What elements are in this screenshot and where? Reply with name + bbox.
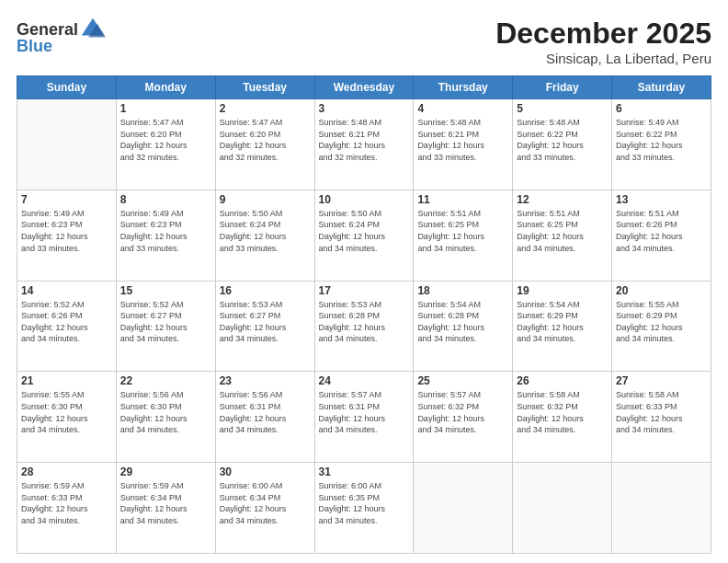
calendar-header-cell: Saturday [612,76,711,99]
calendar-cell: 10Sunrise: 5:50 AM Sunset: 6:24 PM Dayli… [314,190,414,281]
day-info: Sunrise: 5:53 AM Sunset: 6:27 PM Dayligh… [220,299,311,345]
day-number: 9 [220,193,311,206]
day-number: 17 [319,284,410,297]
calendar-cell: 4Sunrise: 5:48 AM Sunset: 6:21 PM Daylig… [414,99,513,190]
title-area: December 2025 Sinsicap, La Libertad, Per… [495,17,711,66]
calendar-cell: 16Sunrise: 5:53 AM Sunset: 6:27 PM Dayli… [215,281,314,372]
day-number: 19 [517,284,608,297]
calendar-cell: 31Sunrise: 6:00 AM Sunset: 6:35 PM Dayli… [314,463,414,554]
day-number: 2 [220,102,311,115]
day-number: 28 [21,465,112,478]
day-info: Sunrise: 5:56 AM Sunset: 6:30 PM Dayligh… [120,389,211,435]
day-number: 26 [517,374,608,387]
day-number: 15 [120,284,211,297]
day-info: Sunrise: 6:00 AM Sunset: 6:34 PM Dayligh… [220,480,311,526]
month-title: December 2025 [495,17,711,51]
day-info: Sunrise: 5:56 AM Sunset: 6:31 PM Dayligh… [220,389,311,435]
calendar-cell: 13Sunrise: 5:51 AM Sunset: 6:26 PM Dayli… [612,190,711,281]
day-info: Sunrise: 5:55 AM Sunset: 6:29 PM Dayligh… [616,299,707,345]
day-number: 23 [220,374,311,387]
calendar-week-row: 1Sunrise: 5:47 AM Sunset: 6:20 PM Daylig… [17,99,711,190]
calendar-cell: 2Sunrise: 5:47 AM Sunset: 6:20 PM Daylig… [215,99,314,190]
calendar-cell: 20Sunrise: 5:55 AM Sunset: 6:29 PM Dayli… [612,281,711,372]
calendar-cell: 29Sunrise: 5:59 AM Sunset: 6:34 PM Dayli… [116,463,215,554]
calendar-header-cell: Sunday [17,76,117,99]
calendar-week-row: 21Sunrise: 5:55 AM Sunset: 6:30 PM Dayli… [17,372,711,463]
calendar-cell: 5Sunrise: 5:48 AM Sunset: 6:22 PM Daylig… [513,99,612,190]
day-info: Sunrise: 5:53 AM Sunset: 6:28 PM Dayligh… [319,299,410,345]
day-info: Sunrise: 5:48 AM Sunset: 6:21 PM Dayligh… [417,117,508,163]
day-info: Sunrise: 5:59 AM Sunset: 6:33 PM Dayligh… [21,480,112,526]
day-number: 22 [120,374,211,387]
day-number: 24 [319,374,410,387]
day-info: Sunrise: 5:54 AM Sunset: 6:28 PM Dayligh… [417,299,508,345]
calendar-header-cell: Wednesday [314,76,414,99]
calendar-cell: 25Sunrise: 5:57 AM Sunset: 6:32 PM Dayli… [414,372,513,463]
day-number: 16 [220,284,311,297]
day-number: 29 [120,465,211,478]
calendar-cell: 27Sunrise: 5:58 AM Sunset: 6:33 PM Dayli… [612,372,711,463]
calendar-cell: 23Sunrise: 5:56 AM Sunset: 6:31 PM Dayli… [215,372,314,463]
day-info: Sunrise: 5:58 AM Sunset: 6:32 PM Dayligh… [517,389,608,435]
calendar-cell: 24Sunrise: 5:57 AM Sunset: 6:31 PM Dayli… [314,372,414,463]
calendar-cell: 26Sunrise: 5:58 AM Sunset: 6:32 PM Dayli… [513,372,612,463]
calendar-cell: 6Sunrise: 5:49 AM Sunset: 6:22 PM Daylig… [612,99,711,190]
day-number: 12 [517,193,608,206]
day-info: Sunrise: 5:54 AM Sunset: 6:29 PM Dayligh… [517,299,608,345]
calendar-header-cell: Thursday [414,76,513,99]
calendar-cell: 3Sunrise: 5:48 AM Sunset: 6:21 PM Daylig… [314,99,414,190]
calendar-header-cell: Friday [513,76,612,99]
day-info: Sunrise: 5:51 AM Sunset: 6:25 PM Dayligh… [517,208,608,254]
day-info: Sunrise: 5:52 AM Sunset: 6:26 PM Dayligh… [21,299,112,345]
calendar-cell: 17Sunrise: 5:53 AM Sunset: 6:28 PM Dayli… [314,281,414,372]
day-number: 3 [319,102,410,115]
day-info: Sunrise: 5:50 AM Sunset: 6:24 PM Dayligh… [319,208,410,254]
page: General Blue December 2025 Sinsicap, La … [0,0,728,563]
day-info: Sunrise: 5:49 AM Sunset: 6:23 PM Dayligh… [21,208,112,254]
day-info: Sunrise: 6:00 AM Sunset: 6:35 PM Dayligh… [319,480,410,526]
calendar-cell [414,463,513,554]
calendar-cell: 28Sunrise: 5:59 AM Sunset: 6:33 PM Dayli… [17,463,117,554]
calendar-cell: 21Sunrise: 5:55 AM Sunset: 6:30 PM Dayli… [17,372,117,463]
calendar-cell: 19Sunrise: 5:54 AM Sunset: 6:29 PM Dayli… [513,281,612,372]
header: General Blue December 2025 Sinsicap, La … [17,17,711,66]
day-number: 1 [120,102,211,115]
day-number: 31 [319,465,410,478]
day-number: 27 [616,374,707,387]
calendar-cell [17,99,117,190]
calendar-table: SundayMondayTuesdayWednesdayThursdayFrid… [17,75,711,554]
calendar-week-row: 7Sunrise: 5:49 AM Sunset: 6:23 PM Daylig… [17,190,711,281]
calendar-cell [513,463,612,554]
day-number: 14 [21,284,112,297]
day-number: 6 [616,102,707,115]
day-number: 11 [417,193,508,206]
calendar-body: 1Sunrise: 5:47 AM Sunset: 6:20 PM Daylig… [17,99,711,554]
calendar-cell: 7Sunrise: 5:49 AM Sunset: 6:23 PM Daylig… [17,190,117,281]
day-info: Sunrise: 5:49 AM Sunset: 6:22 PM Dayligh… [616,117,707,163]
calendar-week-row: 14Sunrise: 5:52 AM Sunset: 6:26 PM Dayli… [17,281,711,372]
day-info: Sunrise: 5:58 AM Sunset: 6:33 PM Dayligh… [616,389,707,435]
day-info: Sunrise: 5:47 AM Sunset: 6:20 PM Dayligh… [220,117,311,163]
day-number: 4 [417,102,508,115]
day-info: Sunrise: 5:59 AM Sunset: 6:34 PM Dayligh… [120,480,211,526]
day-number: 25 [417,374,508,387]
day-number: 20 [616,284,707,297]
calendar-header-cell: Tuesday [215,76,314,99]
calendar-cell: 1Sunrise: 5:47 AM Sunset: 6:20 PM Daylig… [116,99,215,190]
day-info: Sunrise: 5:57 AM Sunset: 6:31 PM Dayligh… [319,389,410,435]
day-number: 7 [21,193,112,206]
logo-blue: Blue [17,37,52,56]
day-number: 8 [120,193,211,206]
logo: General Blue [17,17,106,56]
calendar-cell: 18Sunrise: 5:54 AM Sunset: 6:28 PM Dayli… [414,281,513,372]
day-info: Sunrise: 5:51 AM Sunset: 6:25 PM Dayligh… [417,208,508,254]
location: Sinsicap, La Libertad, Peru [495,51,711,66]
calendar-cell: 12Sunrise: 5:51 AM Sunset: 6:25 PM Dayli… [513,190,612,281]
day-info: Sunrise: 5:48 AM Sunset: 6:22 PM Dayligh… [517,117,608,163]
calendar-cell: 9Sunrise: 5:50 AM Sunset: 6:24 PM Daylig… [215,190,314,281]
day-info: Sunrise: 5:51 AM Sunset: 6:26 PM Dayligh… [616,208,707,254]
day-info: Sunrise: 5:50 AM Sunset: 6:24 PM Dayligh… [220,208,311,254]
day-number: 18 [417,284,508,297]
day-info: Sunrise: 5:55 AM Sunset: 6:30 PM Dayligh… [21,389,112,435]
day-info: Sunrise: 5:48 AM Sunset: 6:21 PM Dayligh… [319,117,410,163]
